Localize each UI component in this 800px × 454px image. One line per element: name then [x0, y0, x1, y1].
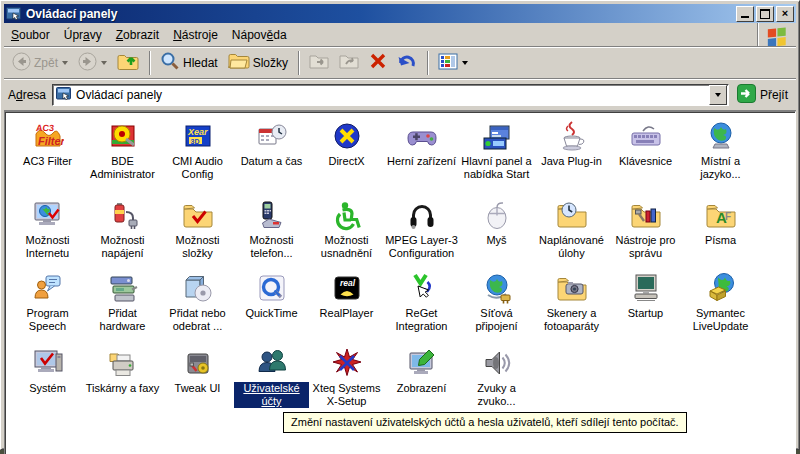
item-hlavni-panel-a-nabidka-start[interactable]: Hlavní panel a nabídka Start: [459, 120, 534, 181]
back-button[interactable]: Zpět: [8, 50, 72, 76]
item-mpeg-layer-3-configuration[interactable]: MPEG Layer-3 Configuration: [384, 199, 459, 260]
delete-icon: [369, 52, 387, 73]
datetime-icon: [256, 120, 288, 152]
search-icon: [160, 51, 180, 74]
item-reget-integration[interactable]: ReGet Integration: [384, 272, 459, 333]
item-symantec-liveupdate[interactable]: Symantec LiveUpdate: [683, 272, 758, 333]
item-system[interactable]: Systém: [10, 347, 85, 395]
item-moznosti-slozky[interactable]: Možnosti složky: [160, 199, 235, 260]
tweak-icon: [182, 347, 214, 379]
folder-tools-icon: [630, 199, 662, 231]
menu-upravy[interactable]: Úpravy: [57, 23, 109, 46]
item-tweak-ui[interactable]: Tweak UI: [160, 347, 235, 395]
go-label: Přejít: [760, 88, 788, 102]
item-java-plug-in[interactable]: Java Plug-in: [534, 120, 609, 168]
item-bde-administrator[interactable]: BDE Administrator: [85, 120, 160, 181]
reget-icon: [406, 272, 438, 304]
phone-icon: [256, 199, 288, 231]
delete-button[interactable]: [365, 50, 391, 75]
item-realplayer[interactable]: realRealPlayer: [309, 272, 384, 320]
views-button[interactable]: [434, 51, 472, 75]
undo-button[interactable]: [393, 50, 421, 75]
address-label: Adresa: [8, 88, 48, 102]
item-zvuky-a-zvuko[interactable]: Zvuky a zvuko...: [459, 347, 534, 408]
item-nastroje-pro-spravu[interactable]: Nástroje pro správu: [608, 199, 683, 260]
close-button[interactable]: ×: [776, 6, 794, 22]
folders-button[interactable]: Složky: [224, 50, 292, 75]
item-klavesnice[interactable]: Klávesnice: [608, 120, 683, 168]
go-button[interactable]: Přejít: [733, 84, 792, 106]
item-label: Datum a čas: [241, 155, 303, 168]
icon-grid[interactable]: AC3FilterAC3 FilterBDE AdministratorXear…: [4, 111, 796, 454]
forward-button[interactable]: [74, 50, 111, 76]
address-dropdown-button[interactable]: [709, 85, 727, 105]
item-quicktime[interactable]: QuickTime: [234, 272, 309, 320]
item-moznosti-internetu[interactable]: Možnosti Internetu: [10, 199, 85, 260]
address-input[interactable]: Ovládací panely: [52, 84, 729, 106]
folders-label: Složky: [253, 56, 288, 70]
item-moznosti-napajeni[interactable]: Možnosti napájení: [85, 199, 160, 260]
item-mistni-a-jazyko[interactable]: Místní a jazyko...: [683, 120, 758, 181]
item-uzivatelske-ucty[interactable]: Uživatelské účty: [234, 347, 309, 408]
item-label: Skenery a fotoaparáty: [535, 307, 609, 333]
item-label: Nástroje pro správu: [609, 234, 683, 260]
minimize-button[interactable]: [736, 6, 754, 22]
xsetup-icon: [331, 347, 363, 379]
liveupdate-icon: [705, 272, 737, 304]
system-icon: [32, 347, 64, 379]
item-label: Klávesnice: [619, 155, 672, 168]
directx-icon: [331, 120, 363, 152]
item-herni-zarizeni[interactable]: Herní zařízení: [384, 120, 459, 168]
item-pridat-nebo-odebrat[interactable]: Přidat nebo odebrat ...: [160, 272, 235, 333]
folder-clock-icon: [556, 199, 588, 231]
menu-zobrazit[interactable]: Zobrazit: [109, 23, 166, 46]
item-zobrazeni[interactable]: Zobrazení: [384, 347, 459, 395]
up-button[interactable]: [113, 49, 143, 76]
dropdown-arrow-icon: [715, 93, 721, 97]
go-arrow-icon: [737, 84, 756, 106]
item-label: Symantec LiveUpdate: [684, 307, 758, 333]
power-icon: [107, 199, 139, 231]
menu-nastroje[interactable]: Nástroje: [166, 23, 225, 46]
headphones-icon: [406, 199, 438, 231]
item-label: Herní zařízení: [387, 155, 456, 168]
item-naplanovane-ulohy[interactable]: Naplánované úlohy: [534, 199, 609, 260]
back-dropdown-icon[interactable]: [62, 61, 68, 65]
item-label: Uživatelské účty: [234, 382, 309, 408]
item-cmi-audio-config[interactable]: Xear3DCMI Audio Config: [160, 120, 235, 181]
item-tiskarny-a-faxy[interactable]: Tiskárny a faxy: [85, 347, 160, 395]
item-mys[interactable]: Myš: [459, 199, 534, 247]
search-button[interactable]: Hledat: [156, 49, 222, 76]
item-xteq-systems-x-setup[interactable]: Xteq Systems X-Setup: [309, 347, 384, 408]
addremove-icon: [182, 272, 214, 304]
tooltip: Změní nastavení uživatelských účtů a hes…: [283, 412, 687, 433]
item-moznosti-telefon[interactable]: Možnosti telefon...: [234, 199, 309, 260]
back-label: Zpět: [34, 56, 58, 70]
title-bar[interactable]: Ovládací panely ×: [4, 4, 796, 23]
item-skenery-a-fotoaparaty[interactable]: Skenery a fotoaparáty: [534, 272, 609, 333]
item-startup[interactable]: Startup: [608, 272, 683, 320]
printer-icon: [107, 347, 139, 379]
item-pridat-hardware[interactable]: Přidat hardware: [85, 272, 160, 333]
item-sitova-pripojeni[interactable]: Síťová připojení: [459, 272, 534, 333]
views-dropdown-icon[interactable]: [462, 61, 468, 65]
bde-icon: [107, 120, 139, 152]
network-icon: [481, 272, 513, 304]
copy-to-button[interactable]: [335, 50, 363, 75]
menu-soubor[interactable]: Soubor: [4, 23, 57, 46]
item-label: QuickTime: [245, 307, 297, 320]
mouse-icon: [481, 199, 513, 231]
move-to-button[interactable]: [305, 50, 333, 75]
menu-napoveda[interactable]: Nápověda: [225, 23, 294, 46]
item-moznosti-usnadneni[interactable]: Možnosti usnadnění: [309, 199, 384, 260]
forward-dropdown-icon[interactable]: [101, 61, 107, 65]
item-label: Místní a jazyko...: [684, 155, 758, 181]
item-label: Možnosti telefon...: [235, 234, 309, 260]
item-program-speech[interactable]: Program Speech: [10, 272, 85, 333]
item-directx[interactable]: DirectX: [309, 120, 384, 168]
maximize-button[interactable]: [756, 6, 774, 22]
item-pisma[interactable]: AFPísma: [683, 199, 758, 247]
item-ac3-filter[interactable]: AC3FilterAC3 Filter: [10, 120, 85, 168]
xear-icon: Xear3D: [182, 120, 214, 152]
item-datum-a-cas[interactable]: Datum a čas: [234, 120, 309, 168]
